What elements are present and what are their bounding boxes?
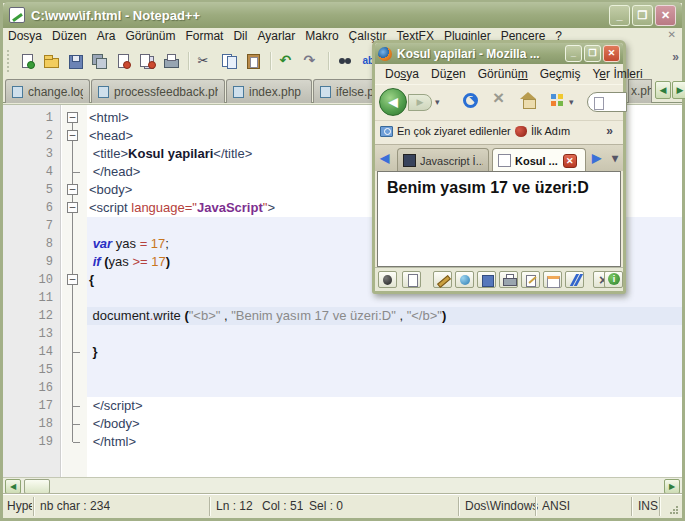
npp-toolbar-close-file-button[interactable] xyxy=(112,51,134,71)
firefox-bookmarks-bar: » En çok ziyaret edilenlerİlk Adım xyxy=(375,120,623,144)
scrollbar-thumb[interactable] xyxy=(24,479,50,494)
quick-access-grid-icon[interactable] xyxy=(551,94,556,99)
npp-toolbar-undo-button[interactable] xyxy=(276,51,298,71)
back-button[interactable]: ◀ xyxy=(379,88,407,116)
fold-end-mark xyxy=(73,406,80,407)
fold-end-mark xyxy=(73,352,80,353)
line-number: 5 xyxy=(3,181,53,199)
home-icon[interactable] xyxy=(519,92,537,108)
npp-titlebar[interactable]: C:\www\if.html - Notepad++ _ ❐ ✕ xyxy=(3,2,682,28)
fold-collapse-icon[interactable] xyxy=(67,184,78,195)
npp-menu-ara[interactable]: Ara xyxy=(92,28,121,44)
npp-toolbar-save-file-button[interactable] xyxy=(64,51,86,71)
npp-tab-change-log[interactable]: change.log xyxy=(5,79,90,103)
npp-toolbar-save-all-button[interactable] xyxy=(88,51,110,71)
edit-note-icon[interactable] xyxy=(521,271,540,288)
ff-menu-g-r-n-m[interactable]: Görünüm xyxy=(472,64,534,81)
toolbar-grip[interactable] xyxy=(7,50,10,72)
edit-pencil-icon[interactable] xyxy=(433,271,452,288)
npp-tab-processfeedback-php[interactable]: processfeedback.php xyxy=(91,79,225,103)
stop-icon[interactable]: × xyxy=(493,87,504,109)
bookmark-label: En çok ziyaret edilenler xyxy=(397,125,511,137)
notepadpp-app-icon xyxy=(9,7,25,23)
bookmarks-overflow-chevron-icon[interactable]: » xyxy=(606,124,613,138)
toolbar-overflow-chevron-icon[interactable]: » xyxy=(672,50,679,64)
npp-menu-d-zen[interactable]: Düzen xyxy=(47,28,92,44)
refresh-icon[interactable] xyxy=(463,93,478,108)
forward-button[interactable]: ▶ xyxy=(408,94,432,111)
ff-menu-ge-mi[interactable]: Geçmiş xyxy=(534,64,587,81)
firefox-maximize-button[interactable]: ❐ xyxy=(584,45,601,62)
fold-collapse-icon[interactable] xyxy=(67,274,78,285)
grid-dropdown-icon[interactable]: ▾ xyxy=(569,97,574,107)
page-text: Benim yasım 17 ve üzeri:D xyxy=(387,179,589,196)
tab-close-icon[interactable]: ✕ xyxy=(563,154,577,168)
fold-end-mark xyxy=(73,442,80,443)
line-number: 15 xyxy=(3,361,53,379)
line-number: 3 xyxy=(3,145,53,163)
ff-tab-label: Javascript İ... xyxy=(420,155,483,167)
save-icon[interactable] xyxy=(477,271,496,288)
npp-menubar-close-icon[interactable]: ✕ xyxy=(668,29,676,40)
npp-tab-fragment[interactable]: x.ph xyxy=(628,79,652,103)
fold-collapse-icon[interactable] xyxy=(67,202,78,213)
line-number: 8 xyxy=(3,235,53,253)
npp-toolbar-close-all-button[interactable] xyxy=(136,51,158,71)
firefox-close-button[interactable]: ✕ xyxy=(603,45,620,62)
firebug-icon[interactable] xyxy=(378,271,397,288)
npp-toolbar-redo-button[interactable] xyxy=(300,51,322,71)
ff-menu-yer-i-mleri[interactable]: Yer İmleri xyxy=(586,64,648,81)
ff-tab-kosul[interactable]: Kosul ...✕ xyxy=(492,148,586,172)
npp-menu-dosya[interactable]: Dosya xyxy=(3,28,47,44)
npp-menu-makro[interactable]: Makro xyxy=(300,28,343,44)
page-content: Benim yasım 17 ve üzeri:D xyxy=(377,171,621,267)
bookmark-i-lk-ad-m[interactable]: İlk Adım xyxy=(515,125,570,137)
ff-menu-d-zen[interactable]: Düzen xyxy=(425,64,472,81)
npp-toolbar-copy-button[interactable] xyxy=(218,51,240,71)
view-source-icon[interactable] xyxy=(455,271,474,288)
fold-collapse-icon[interactable] xyxy=(67,112,78,123)
print-icon[interactable] xyxy=(499,271,518,288)
bookmark-en-ok-ziyaret-edilenler[interactable]: En çok ziyaret edilenler xyxy=(380,125,511,137)
npp-menu-dil[interactable]: Dil xyxy=(228,28,252,44)
status-doctype: Hype xyxy=(7,499,32,513)
ff-tab-list-dropdown-icon[interactable]: ▾ xyxy=(612,151,618,165)
npp-toolbar-new-file-button[interactable] xyxy=(16,51,38,71)
new-document-icon[interactable] xyxy=(402,271,421,288)
scroll-left-arrow-icon[interactable]: ◀ xyxy=(5,479,21,494)
info-icon[interactable] xyxy=(604,271,623,288)
ff-menu-dosya[interactable]: Dosya xyxy=(379,64,425,81)
npp-toolbar-open-file-button[interactable] xyxy=(40,51,62,71)
firefox-minimize-button[interactable]: _ xyxy=(565,45,582,62)
npp-menu-g-r-n-m[interactable]: Görünüm xyxy=(120,28,180,44)
tab-scroll-right-icon[interactable]: ▶ xyxy=(672,81,685,99)
resize-grip[interactable] xyxy=(669,505,679,515)
url-bar-fragment[interactable] xyxy=(587,92,627,112)
line-number: 4 xyxy=(3,163,53,181)
npp-menu-format[interactable]: Format xyxy=(180,28,228,44)
npp-toolbar-find-button[interactable] xyxy=(334,51,356,71)
tab-scroll-left-icon[interactable]: ◀ xyxy=(655,81,671,99)
ff-tab-scroll-right-icon[interactable]: ▶ xyxy=(592,151,601,165)
forward-dropdown-icon[interactable]: ▾ xyxy=(435,97,440,107)
code-line-14: } xyxy=(87,343,682,361)
line-number: 10 xyxy=(3,271,53,289)
scroll-right-arrow-icon[interactable]: ▶ xyxy=(664,479,680,494)
npp-maximize-button[interactable]: ❐ xyxy=(632,5,653,26)
npp-close-button[interactable]: ✕ xyxy=(655,5,676,26)
npp-toolbar-paste-button[interactable] xyxy=(242,51,264,71)
ff-tab-javascript-i[interactable]: Javascript İ... xyxy=(397,148,489,172)
fold-collapse-icon[interactable] xyxy=(67,130,78,141)
ff-tab-scroll-left-icon[interactable]: ◀ xyxy=(380,151,389,165)
window-icon[interactable] xyxy=(543,271,562,288)
npp-minimize-button[interactable]: _ xyxy=(609,5,630,26)
firefox-window-title: Kosul yapilari - Mozilla ... xyxy=(397,47,563,61)
firefox-titlebar[interactable]: Kosul yapilari - Mozilla ... _ ❐ ✕ xyxy=(375,43,623,64)
npp-tab-index-php[interactable]: index.php xyxy=(226,79,312,103)
editor-horizontal-scrollbar[interactable]: ◀ ▶ xyxy=(3,477,682,494)
firefox-tabbar: ◀ ▶ ▾ Javascript İ...Kosul ...✕ xyxy=(375,144,623,171)
lightning-icon[interactable] xyxy=(565,271,584,288)
npp-menu-ayarlar[interactable]: Ayarlar xyxy=(252,28,300,44)
npp-toolbar-print-button[interactable] xyxy=(160,51,182,71)
npp-toolbar-cut-button[interactable] xyxy=(194,51,216,71)
